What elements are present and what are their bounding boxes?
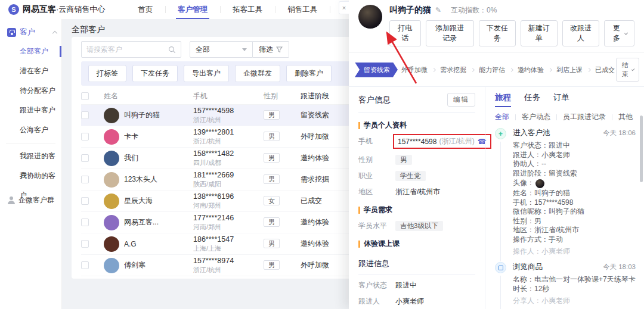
customer-name-link[interactable]: 网易互客...	[124, 217, 159, 227]
gender-tag: 男	[264, 153, 280, 163]
tag-button[interactable]: 打标签	[88, 65, 126, 82]
chevron-right-icon	[509, 67, 513, 71]
collapse-chevron-icon[interactable]	[52, 30, 57, 35]
tab-journey[interactable]: 旅程	[495, 92, 511, 103]
end-stage-button[interactable]: 结束	[616, 58, 639, 82]
phone-region: 浙江/杭州	[193, 116, 264, 124]
row-checkbox[interactable]	[81, 176, 89, 183]
customer-name-link[interactable]: 我们	[124, 153, 138, 163]
edit-info-button[interactable]: 编辑	[447, 93, 475, 107]
journey-filter-all[interactable]: 全部	[495, 112, 509, 122]
phone-region: (浙江/杭州)	[439, 136, 474, 146]
row-checkbox[interactable]	[81, 111, 89, 119]
sidebar-section-customers[interactable]: 客户	[0, 23, 61, 42]
tab-orders[interactable]: 订单	[553, 92, 569, 103]
entry-line: 跟进人：小爽老师	[513, 151, 636, 160]
customer-avatar	[358, 5, 382, 29]
new-order-button[interactable]: 新建订单	[521, 20, 558, 46]
entry-title: 进入客户池	[513, 128, 550, 138]
brand-logo-icon: S	[8, 4, 19, 15]
search-icon[interactable]	[168, 46, 176, 54]
stage-step[interactable]: 能力评估	[475, 65, 506, 74]
row-checkbox[interactable]	[81, 219, 89, 226]
journey-filter-other[interactable]: 其他	[618, 112, 633, 122]
change-owner-button[interactable]: 改跟进人	[562, 20, 599, 46]
delete-customers-button[interactable]: 删除客户	[286, 65, 332, 82]
assign-task-button[interactable]: 下发任务	[132, 65, 178, 82]
stage-step[interactable]: 已成交	[592, 65, 616, 74]
edit-name-icon[interactable]: ✎	[435, 6, 441, 14]
avatar	[104, 151, 119, 166]
scope-select[interactable]: 全部	[190, 41, 253, 58]
header-name: 姓名	[104, 91, 193, 101]
customer-name-link[interactable]: A.G	[124, 240, 137, 248]
customer-name-link[interactable]: 叫狗子的猫	[124, 110, 160, 120]
row-checkbox[interactable]	[81, 240, 89, 248]
row-checkbox[interactable]	[81, 133, 89, 141]
nav-item-home[interactable]: 首页	[125, 0, 165, 19]
stage-step[interactable]: 外呼加微	[398, 65, 429, 74]
customer-name-link[interactable]: 星辰大海	[124, 196, 153, 206]
filter-button[interactable]: 筛选	[253, 41, 289, 58]
row-checkbox[interactable]	[81, 154, 89, 162]
row-checkbox[interactable]	[81, 261, 89, 269]
sidebar-item-in-progress[interactable]: 跟进中客户	[0, 101, 61, 120]
sidebar-item-unassigned[interactable]: 待分配客户	[0, 81, 61, 101]
journey-filter-customer-activity[interactable]: 客户动态	[522, 112, 550, 122]
select-all-checkbox[interactable]	[81, 92, 89, 100]
phone-region: 四川/成都	[193, 158, 264, 167]
chevron-right-icon	[432, 67, 436, 71]
entry-line: 跟进阶段：留资线索	[513, 169, 636, 179]
tab-tasks[interactable]: 任务	[524, 92, 540, 103]
wecom-broadcast-button[interactable]: 企微群发	[235, 65, 280, 82]
row-checkbox[interactable]	[81, 197, 89, 205]
drawer-close-button[interactable]: ×	[339, 1, 349, 14]
journey-panel: 旅程 任务 订单 全部 客户动态 员工跟进记录 其他 + 进入客户池 今天 18…	[485, 87, 644, 309]
stage-pipeline: 留资线索 外呼加微 需求挖掘 能力评估 邀约体验 到店上课 已成交 结束	[349, 53, 644, 87]
area-label: 地区	[358, 187, 395, 197]
stage-step[interactable]: 邀约体验	[514, 65, 545, 74]
stage-cell: 已成交	[301, 196, 355, 206]
drawer-header: 叫狗子的猫 ✎ 互动指数：0% 打电话 添加跟进记录 下发任务 新建订单 改跟进…	[349, 0, 644, 53]
entry-line: 客户状态：跟进中	[513, 141, 636, 151]
stage-cell: 外呼加微	[301, 132, 355, 142]
stage-cell: 邀约体验	[301, 239, 355, 249]
stage-step-active[interactable]: 留资线索	[355, 63, 398, 77]
sidebar-item-all-customers[interactable]: 全部客户	[0, 42, 61, 61]
phone-number: 181****2669	[193, 171, 264, 179]
entry-line: 地区：浙江省/杭州市	[513, 226, 636, 235]
search-input[interactable]	[86, 45, 168, 54]
chevron-down-icon	[631, 67, 634, 71]
annotation-red-box: 157****4598 (浙江/杭州) ☎	[393, 134, 491, 149]
call-button[interactable]: 打电话	[389, 20, 421, 46]
scrollbar-thumb[interactable]	[640, 116, 643, 182]
sidebar-item-public-pool[interactable]: 公海客户	[0, 120, 61, 140]
sidebar-item-wecom-groups[interactable]: 企微客户群	[0, 195, 61, 205]
add-followup-record-button[interactable]: 添加跟进记录	[426, 20, 474, 46]
sidebar-item-my-followups[interactable]: 我跟进的客户	[0, 146, 61, 166]
sidebar-item-my-assists[interactable]: 我协助的客户	[0, 166, 61, 186]
customer-name-link[interactable]: 傅剑寒	[124, 260, 145, 270]
entry-line: 手机：157****4598	[513, 198, 636, 208]
export-customers-button[interactable]: 导出客户	[184, 65, 229, 82]
journey-filter-staff-records[interactable]: 员工跟进记录	[563, 112, 606, 122]
search-box	[81, 41, 181, 58]
phone-label: 手机	[358, 136, 395, 146]
customer-detail-drawer: × 叫狗子的猫 ✎ 互动指数：0% 打电话 添加跟进记录 下发任务 新建订单 改…	[349, 0, 644, 309]
filter-label: 筛选	[259, 45, 273, 55]
customer-name-link[interactable]: 卡卡	[124, 132, 138, 142]
sidebar-item-potential[interactable]: 潜在客户	[0, 61, 61, 81]
assign-task-button[interactable]: 下发任务	[479, 20, 516, 46]
nav-item-acquisition-tools[interactable]: 拓客工具	[220, 0, 275, 19]
more-button[interactable]: 更多	[604, 20, 634, 46]
nav-item-customer-mgmt[interactable]: 客户管理	[165, 0, 220, 19]
brand-subtitle: ·云商销售中心	[56, 4, 105, 15]
phone-value: 157****4598	[398, 138, 436, 146]
stage-step[interactable]: 需求挖掘	[436, 65, 467, 74]
stage-step[interactable]: 到店上课	[553, 65, 584, 74]
section-trial-class: 体验课上课	[358, 239, 475, 249]
chevron-right-icon	[470, 67, 475, 71]
customer-name-link[interactable]: 123木头人	[124, 174, 157, 185]
phone-number: 186****1547	[193, 235, 264, 244]
nav-item-sales-tools[interactable]: 销售工具	[275, 0, 330, 19]
